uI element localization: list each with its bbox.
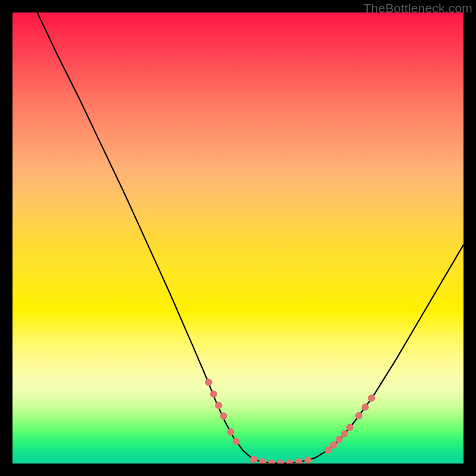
data-dot — [268, 459, 275, 464]
data-dot — [362, 403, 369, 411]
watermark: TheBottleneck.com — [364, 1, 472, 15]
data-dot — [205, 379, 212, 386]
data-dot — [220, 412, 227, 419]
data-dot — [355, 412, 362, 419]
data-dot — [286, 459, 293, 464]
plot-area — [12, 12, 464, 464]
data-dot — [227, 428, 234, 436]
bottleneck-curve — [37, 12, 464, 463]
data-dot — [341, 430, 348, 437]
data-dot — [250, 456, 257, 463]
data-dot — [215, 402, 222, 409]
data-dot — [277, 459, 284, 464]
data-dot — [295, 458, 302, 464]
data-dots — [205, 379, 375, 464]
chart-svg — [12, 12, 464, 464]
data-dot — [233, 438, 240, 445]
data-dot — [325, 446, 332, 453]
data-dot — [336, 436, 343, 443]
data-dot — [259, 458, 267, 464]
data-dot — [304, 456, 311, 464]
data-dot — [210, 390, 217, 397]
data-dot — [368, 394, 375, 402]
data-dot — [330, 441, 337, 449]
data-dot — [346, 424, 353, 431]
